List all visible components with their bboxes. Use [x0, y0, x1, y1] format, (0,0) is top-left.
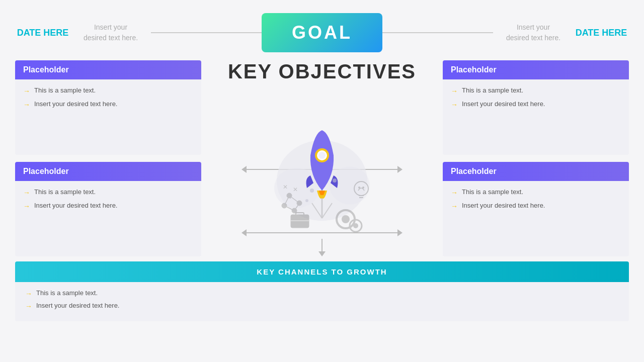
bottom-item2: → Insert your desired text here. [25, 302, 619, 310]
arrow-icon-8: → [451, 202, 458, 210]
panel-bottom-left-body: → This is a sample text. → Insert your d… [15, 181, 201, 217]
panel-bottom-right-item2: → Insert your desired text here. [451, 202, 621, 210]
bottom-bar-header: KEY CHANNELS TO GROWTH [15, 261, 629, 282]
panel-bottom-left-item1: → This is a sample text. [23, 188, 193, 197]
bottom-bar-body: → This is a sample text. → Insert your d… [15, 282, 629, 321]
panel-top-right-item2: → Insert your desired text here. [451, 100, 621, 109]
panel-bottom-right-text2: Insert your desired text here. [462, 202, 545, 209]
svg-text:✕: ✕ [293, 186, 298, 193]
line-bottom [247, 232, 397, 233]
svg-point-18 [342, 215, 350, 223]
arrow-left-bottom [242, 229, 247, 236]
header-line-right [382, 32, 493, 33]
main-content: Placeholder → This is a sample text. → I… [0, 60, 644, 256]
panel-bottom-left: Placeholder → This is a sample text. → I… [15, 162, 201, 256]
panel-top-right-body: → This is a sample text. → Insert your d… [443, 79, 629, 116]
bottom-text1: This is a sample text. [36, 289, 98, 297]
right-panels: Placeholder → This is a sample text. → I… [443, 60, 629, 256]
key-objectives-title: KEY OBJECTIVES [228, 60, 416, 82]
rocket-illustration: ✕ ✕ ✕ [257, 103, 387, 243]
text-left: Insert yourdesired text here. [70, 22, 151, 43]
panel-top-right: Placeholder → This is a sample text. → I… [443, 60, 629, 155]
panel-top-left: Placeholder → This is a sample text. → I… [15, 60, 201, 155]
svg-point-33 [310, 189, 314, 193]
arrow-icon-1: → [23, 87, 30, 95]
date-right: DATE HERE [574, 28, 629, 38]
header-line-left [151, 32, 262, 33]
header-row: DATE HERE Insert yourdesired text here. … [0, 0, 644, 60]
panel-top-right-text1: This is a sample text. [462, 86, 523, 94]
left-panels: Placeholder → This is a sample text. → I… [15, 60, 201, 256]
bottom-item1: → This is a sample text. [25, 289, 619, 298]
svg-point-24 [358, 187, 360, 189]
arrow-row-bottom [201, 229, 443, 236]
svg-point-25 [362, 187, 364, 189]
arrow-icon-4: → [23, 202, 30, 210]
arrow-icon-3: → [23, 189, 30, 197]
arrow-icon-5: → [451, 87, 458, 95]
panel-bottom-right-text1: This is a sample text. [462, 188, 523, 196]
panel-top-right-item1: → This is a sample text. [451, 86, 621, 95]
panel-bottom-left-header: Placeholder [15, 162, 201, 181]
arrow-down-head [318, 251, 326, 256]
bottom-text2: Insert your desired text here. [36, 302, 119, 309]
panel-top-right-header: Placeholder [443, 60, 629, 79]
bottom-bar: KEY CHANNELS TO GROWTH → This is a sampl… [15, 261, 629, 321]
panel-top-left-text2: Insert your desired text here. [34, 100, 117, 108]
svg-point-35 [305, 199, 308, 202]
arrow-icon-10: → [25, 302, 32, 310]
panel-bottom-right-body: → This is a sample text. → Insert your d… [443, 181, 629, 217]
arrow-left-top [242, 166, 247, 173]
panel-bottom-left-item2: → Insert your desired text here. [23, 202, 193, 210]
panel-top-left-body: → This is a sample text. → Insert your d… [15, 79, 201, 116]
panel-bottom-right-header: Placeholder [443, 162, 629, 181]
text-right: Insert yourdesired text here. [493, 22, 574, 43]
panel-top-left-item2: → Insert your desired text here. [23, 100, 193, 109]
arrow-icon-7: → [451, 189, 458, 197]
svg-point-20 [353, 223, 358, 228]
panel-top-left-item1: → This is a sample text. [23, 86, 193, 95]
text-left-content: Insert yourdesired text here. [84, 23, 138, 42]
arrow-right-bottom [397, 229, 403, 236]
panel-bottom-left-text1: This is a sample text. [34, 188, 96, 196]
svg-text:✕: ✕ [283, 184, 288, 191]
panel-bottom-left-text2: Insert your desired text here. [34, 202, 117, 209]
goal-box: GOAL [262, 13, 382, 52]
panel-top-left-header: Placeholder [15, 60, 201, 79]
arrow-icon-9: → [25, 290, 32, 298]
panel-top-left-text1: This is a sample text. [34, 86, 96, 94]
center-section: KEY OBJECTIVES [201, 60, 443, 256]
arrow-right-top [397, 166, 403, 173]
date-left: DATE HERE [15, 28, 70, 38]
svg-point-32 [318, 152, 326, 159]
panel-top-right-text2: Insert your desired text here. [462, 100, 545, 108]
svg-point-34 [333, 178, 337, 183]
arrow-down [318, 239, 326, 256]
arrow-icon-2: → [23, 101, 30, 109]
arrow-down-line [321, 239, 323, 251]
panel-bottom-right-item1: → This is a sample text. [451, 188, 621, 197]
arrow-icon-6: → [451, 101, 458, 109]
svg-text:✕: ✕ [287, 194, 292, 201]
panel-bottom-right: Placeholder → This is a sample text. → I… [443, 162, 629, 256]
text-right-content: Insert yourdesired text here. [506, 23, 560, 42]
